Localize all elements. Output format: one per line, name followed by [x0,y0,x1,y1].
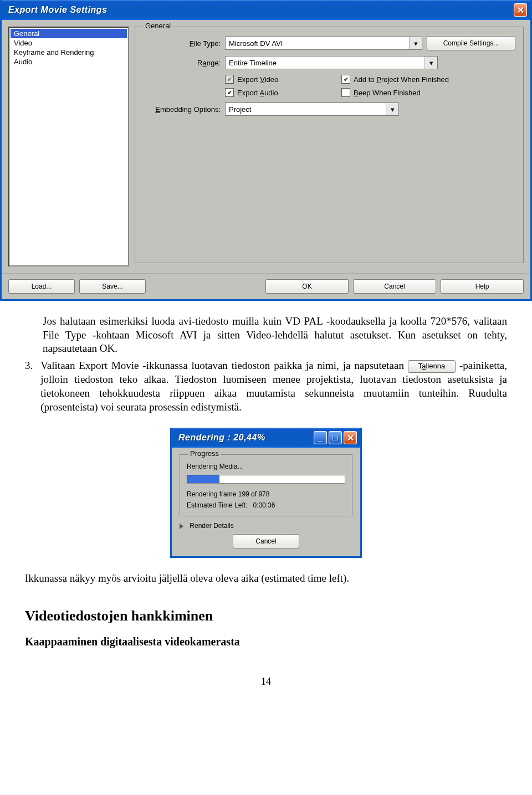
export-video-checkbox[interactable]: ✔ Export Video [225,75,325,84]
eta-row: Estimated Time Left: 0:00:36 [187,501,345,509]
expand-icon [180,524,183,529]
cancel-button[interactable]: Cancel [233,534,299,548]
checkbox-icon: ✔ [225,75,234,84]
page-number: 14 [0,676,532,688]
window-title: Rendering : 20,44% [178,433,312,443]
help-button[interactable]: Help [441,279,524,294]
ok-button[interactable]: OK [265,279,349,294]
fieldset-legend: General [143,22,173,30]
file-type-dropdown[interactable]: Microsoft DV AVI ▾ [225,37,422,50]
file-type-value: Microsoft DV AVI [229,39,283,48]
chevron-down-icon: ▾ [424,57,437,69]
cancel-button[interactable]: Cancel [353,279,436,294]
paragraph: Jos halutaan esimerkiksi luoda avi-tiedo… [43,315,507,356]
checkbox-icon: ✔ [225,88,234,97]
beep-checkbox[interactable]: Beep When Finished [341,88,463,97]
category-listbox[interactable]: General Video Keyframe and Rendering Aud… [8,27,129,266]
progress-bar [187,475,345,484]
list-item[interactable]: Video [11,38,127,48]
checkbox-icon: ✔ [341,75,350,84]
subsection-heading: Kaappaaminen digitaalisesta videokameras… [25,635,507,648]
document-body: Jos halutaan esimerkiksi luoda avi-tiedo… [0,315,532,414]
checkbox-icon [341,88,350,97]
section-heading: Videotiedostojen hankkiminen [25,608,507,624]
file-type-label: File Type: [143,39,225,48]
chevron-down-icon: ▾ [386,103,398,115]
list-number: 3. [25,359,33,414]
window-titlebar[interactable]: Export Movie Settings ✕ [2,0,530,20]
progress-fill [187,475,219,483]
status-text: Rendering Media... [187,463,345,470]
embedding-dropdown[interactable]: Project ▾ [225,102,399,116]
fieldset-legend: Progress [188,449,221,458]
add-to-project-checkbox[interactable]: ✔ Add to Project When Finished [341,75,463,84]
range-label: Range: [143,59,225,67]
chevron-down-icon: ▾ [409,37,422,49]
list-item[interactable]: Keyframe and Rendering [11,48,127,57]
close-icon[interactable]: ✕ [514,3,527,17]
tallenna-button[interactable]: Tallenna [408,360,456,373]
export-audio-checkbox[interactable]: ✔ Export Audio [225,88,325,97]
paragraph: Ikkunassa näkyy myös arvioitu jäljellä o… [25,572,507,586]
range-value: Entire Timeline [229,59,277,67]
render-details-expander[interactable]: Render Details [180,522,352,530]
embedding-label: Embedding Options: [143,105,225,114]
list-item[interactable]: General [11,29,127,38]
minimize-icon[interactable]: _ [314,431,327,444]
rendering-progress-window: Rendering : 20,44% _ □ ✕ Progress Render… [170,428,362,558]
progress-fieldset: Progress Rendering Media... Rendering fr… [180,454,352,516]
save-button[interactable]: Save... [79,279,146,294]
frame-text: Rendering frame 199 of 978 [187,490,345,498]
export-movie-settings-window: Export Movie Settings ✕ General Video Ke… [0,0,532,301]
paragraph: Valitaan Export Movie -ikkunassa luotava… [40,359,507,414]
compile-settings-button[interactable]: Compile Settings... [427,36,515,50]
embedding-value: Project [229,105,251,114]
close-icon[interactable]: ✕ [344,431,357,444]
load-button[interactable]: Load... [8,279,75,294]
maximize-icon[interactable]: □ [329,431,342,444]
range-dropdown[interactable]: Entire Timeline ▾ [225,56,438,69]
dialog-footer: Load... Save... OK Cancel Help [2,273,530,299]
window-titlebar[interactable]: Rendering : 20,44% _ □ ✕ [172,428,360,448]
general-fieldset: General File Type: Microsoft DV AVI ▾ Co… [135,27,524,263]
window-title: Export Movie Settings [8,5,512,15]
list-item[interactable]: Audio [11,57,127,66]
